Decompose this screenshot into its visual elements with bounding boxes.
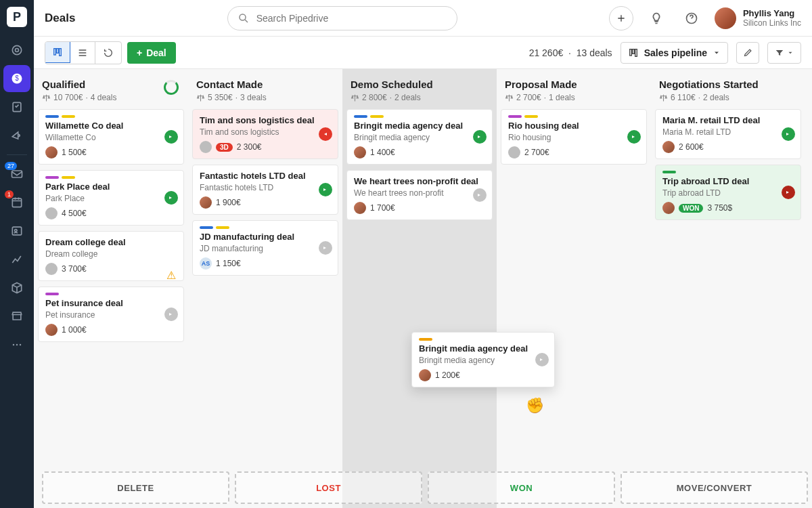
card-title: Willamette Co deal — [45, 121, 177, 131]
card-amount: 2 700€ — [524, 148, 549, 157]
owner-avatar — [419, 369, 431, 381]
svg-point-11 — [20, 344, 22, 346]
svg-rect-5 — [12, 171, 22, 177]
card-org: Bringit media agency — [419, 356, 547, 365]
column-title: Proposal Made — [505, 79, 643, 90]
calendar-badge: 1 — [5, 190, 14, 198]
dropzone-won[interactable]: WON — [428, 471, 615, 504]
deal-card[interactable]: Park Place deal Park Place 4 500€ — [38, 170, 184, 226]
topbar: Deals Phyllis Yang Silicon Links Inc — [34, 0, 812, 37]
card-org: Rio housing — [508, 133, 639, 142]
deal-card[interactable]: Fantastic hotels LTD deal Fantastic hote… — [192, 165, 338, 215]
search-input[interactable] — [227, 6, 457, 30]
quick-add-button[interactable] — [609, 6, 633, 30]
owner-avatar — [200, 141, 212, 153]
nav-calendar[interactable]: 1 — [3, 189, 30, 216]
view-kanban[interactable] — [45, 41, 70, 63]
card-org: JD manufacturing — [200, 244, 331, 253]
nav-leads[interactable] — [3, 37, 30, 64]
nav-insights[interactable] — [3, 246, 30, 273]
pipeline-select[interactable]: Sales pipeline — [621, 42, 728, 64]
deal-card[interactable]: JD manufacturing deal JD manufacturing A… — [192, 220, 338, 276]
column-header: Proposal Made 2 700€ · 1 deals — [501, 76, 647, 109]
card-org: Dream college — [45, 249, 177, 259]
grab-cursor-icon: ✊ — [526, 397, 544, 415]
svg-rect-16 — [60, 48, 62, 56]
help-icon[interactable] — [679, 6, 704, 30]
column-count: 1 deals — [549, 93, 575, 102]
column-count: 3 deals — [240, 93, 267, 102]
column-count: 2 deals — [703, 93, 729, 102]
nav-mail[interactable]: 27 — [3, 161, 30, 188]
deal-card[interactable]: Pet insurance deal Pet insurance 1 000€ — [38, 287, 184, 342]
logo[interactable]: P — [7, 7, 27, 27]
column-value: 2 800€ — [362, 93, 387, 102]
svg-point-9 — [13, 344, 15, 346]
card-org: Bringit media agency — [354, 133, 485, 142]
column-value: 10 700€ — [53, 93, 83, 102]
tips-icon[interactable] — [644, 6, 669, 30]
nav-projects[interactable] — [3, 93, 30, 121]
status-dot — [782, 127, 795, 141]
svg-rect-15 — [57, 48, 59, 53]
deal-card[interactable]: Bringit media agency deal Bringit media … — [346, 109, 493, 165]
mail-badge: 27 — [5, 162, 17, 170]
dropzone-delete[interactable]: DELETE — [42, 471, 229, 504]
nav-products[interactable] — [3, 274, 30, 301]
card-org: Tim and sons logistics — [200, 127, 331, 137]
pipeline-column[interactable]: Qualified 10 700€ · 4 deals Willamette C… — [34, 69, 188, 508]
scale-icon — [196, 93, 205, 102]
nav-more[interactable] — [3, 331, 30, 358]
view-list[interactable] — [70, 42, 95, 64]
card-org: Pet insurance — [45, 310, 177, 320]
svg-point-8 — [15, 230, 17, 232]
sidebar: P $ 27 1 — [0, 0, 34, 508]
dropzones: DELETELOSTWONMOVE/CONVERT — [42, 471, 808, 504]
card-org: Maria M. retail LTD — [662, 127, 794, 137]
deal-card[interactable]: We heart trees non-profit deal We heart … — [346, 170, 493, 220]
scale-icon — [42, 93, 51, 102]
svg-point-10 — [16, 344, 18, 346]
pipeline-column[interactable]: Contact Made 5 350€ · 3 deals Tim and so… — [188, 69, 342, 508]
svg-rect-17 — [629, 49, 631, 55]
deal-card[interactable]: Willamette Co deal Willamette Co 1 500€ — [38, 109, 184, 165]
status-dot — [319, 183, 332, 196]
card-amount: 1 400€ — [370, 148, 395, 157]
dragging-card[interactable]: Bringit media agency deal Bringit media … — [411, 332, 555, 387]
nav-marketplace[interactable] — [3, 303, 30, 330]
card-title: We heart trees non-profit deal — [354, 176, 485, 187]
card-title: Pet insurance deal — [45, 298, 177, 309]
filter-button[interactable] — [767, 42, 801, 64]
view-forecast[interactable] — [95, 42, 121, 64]
user-menu[interactable]: Phyllis Yang Silicon Links Inc — [715, 7, 801, 29]
pipeline-column[interactable]: Proposal Made 2 700€ · 1 deals Rio housi… — [497, 69, 651, 508]
add-deal-button[interactable]: +Deal — [127, 42, 176, 64]
svg-point-0 — [12, 45, 21, 54]
owner-avatar: AS — [200, 257, 212, 270]
card-amount: 2 600€ — [679, 142, 704, 152]
search-icon — [238, 12, 250, 24]
nav-contacts[interactable] — [3, 217, 30, 245]
dropzone-lost[interactable]: LOST — [235, 471, 422, 504]
owner-avatar — [45, 263, 58, 275]
deal-card[interactable]: Maria M. retail LTD deal Maria M. retail… — [655, 109, 801, 159]
card-org: We heart trees non-profit — [354, 188, 485, 198]
column-title: Qualified — [42, 79, 180, 90]
deal-card[interactable]: Dream college deal Dream college 3 700€ … — [38, 231, 184, 281]
card-org: Park Place — [45, 194, 177, 203]
rotting-indicator — [164, 80, 179, 95]
scale-icon — [659, 93, 668, 102]
deal-card[interactable]: Rio housing deal Rio housing 2 700€ — [501, 109, 647, 165]
status-dot: ⚠ — [164, 268, 178, 282]
dropzone-move-convert[interactable]: MOVE/CONVERT — [621, 471, 808, 504]
status-dot — [164, 308, 178, 321]
pipeline-column[interactable]: Demo Scheduled 2 800€ · 2 deals Bringit … — [342, 69, 497, 508]
column-value: 5 350€ — [208, 93, 233, 102]
deal-card[interactable]: Tim and sons logistics deal Tim and sons… — [192, 109, 338, 159]
nav-deals[interactable]: $ — [3, 65, 30, 92]
nav-campaigns[interactable] — [3, 122, 30, 149]
edit-pipeline-button[interactable] — [736, 42, 759, 64]
deal-card[interactable]: Trip abroad LTD deal Trip abroad LTD WON… — [655, 165, 801, 220]
pipeline-column[interactable]: Negotiations Started 6 110€ · 2 deals Ma… — [651, 69, 805, 508]
owner-avatar — [45, 146, 58, 158]
